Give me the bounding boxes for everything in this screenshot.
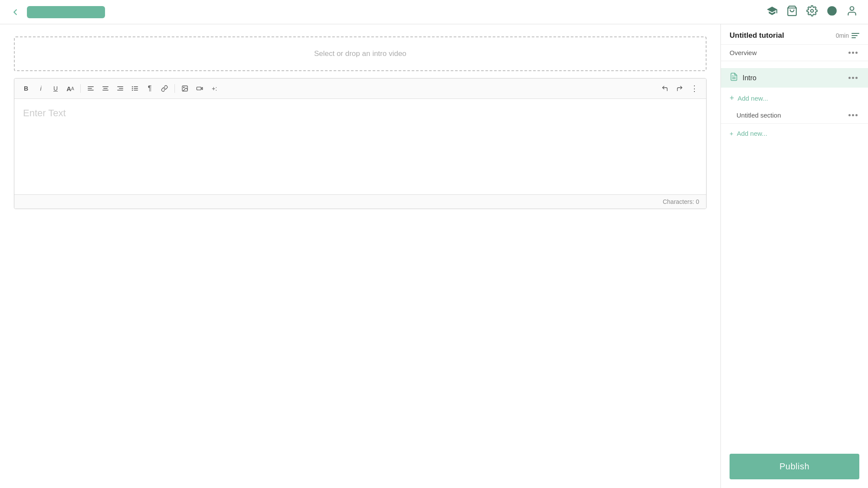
svg-rect-6 xyxy=(88,90,94,91)
text-editor: B i U AA ¶ xyxy=(14,78,707,209)
char-count: Characters: 0 xyxy=(14,194,706,209)
svg-point-2 xyxy=(827,6,837,16)
sidebar-content: Intro + Add new... Untitled section xyxy=(721,61,868,447)
align-right-button[interactable] xyxy=(114,82,127,95)
overview-label: Overview xyxy=(730,49,757,56)
font-size-button[interactable]: AA xyxy=(64,82,77,95)
bag-icon[interactable] xyxy=(786,5,798,19)
add-new-label-2: Add new... xyxy=(737,130,767,137)
char-count-label: Characters: 0 xyxy=(663,198,699,205)
options-button[interactable]: ⋮ xyxy=(688,82,701,95)
svg-point-3 xyxy=(850,7,854,10)
redo-button[interactable] xyxy=(673,82,686,95)
video-drop-zone[interactable]: Select or drop an intro video xyxy=(14,36,707,71)
top-bar-right xyxy=(766,5,858,19)
undo-button[interactable] xyxy=(658,82,671,95)
svg-rect-12 xyxy=(117,90,123,91)
svg-point-13 xyxy=(132,86,133,87)
list-button[interactable] xyxy=(128,82,141,95)
untitled-section-label: Untitled section xyxy=(736,111,781,119)
top-bar xyxy=(0,0,868,24)
svg-rect-10 xyxy=(117,86,123,87)
svg-rect-18 xyxy=(134,90,138,91)
svg-rect-5 xyxy=(88,88,92,89)
text-placeholder: Enter Text xyxy=(23,108,66,118)
tutorial-title-row: Untitled tutorial 0min xyxy=(730,31,859,40)
more-insert-button[interactable]: +: xyxy=(208,82,221,95)
svg-rect-7 xyxy=(102,86,108,87)
tutorial-duration-row: 0min xyxy=(836,32,859,39)
image-button[interactable] xyxy=(178,82,191,95)
video-drop-label: Select or drop an intro video xyxy=(314,49,407,58)
intro-options-button[interactable] xyxy=(847,75,859,81)
overview-row: Overview xyxy=(721,45,868,61)
align-center-button[interactable] xyxy=(99,82,112,95)
untitled-section-item[interactable]: Untitled section xyxy=(721,107,868,124)
link-button[interactable] xyxy=(158,82,171,95)
underline-button[interactable]: U xyxy=(49,82,62,95)
circle-icon[interactable] xyxy=(826,5,838,19)
gear-icon[interactable] xyxy=(806,5,818,19)
svg-point-1 xyxy=(811,9,814,12)
tutorial-duration: 0min xyxy=(836,32,849,39)
svg-rect-9 xyxy=(102,90,108,91)
svg-rect-11 xyxy=(119,88,123,89)
filter-icon[interactable] xyxy=(852,33,859,38)
add-new-button-1[interactable]: + Add new... xyxy=(721,89,868,107)
svg-point-15 xyxy=(132,88,133,89)
toolbar-divider-2 xyxy=(174,84,175,93)
video-button[interactable] xyxy=(193,82,206,95)
graduation-cap-icon[interactable] xyxy=(766,5,778,19)
intro-item-left: Intro xyxy=(730,72,756,83)
main-content: Select or drop an intro video B i U AA xyxy=(0,24,868,488)
align-left-button[interactable] xyxy=(84,82,97,95)
right-sidebar: Untitled tutorial 0min Overview xyxy=(720,24,868,488)
publish-button[interactable]: Publish xyxy=(730,454,859,479)
italic-button[interactable]: i xyxy=(34,82,47,95)
title-pill xyxy=(27,6,105,18)
svg-rect-4 xyxy=(88,86,94,87)
svg-rect-16 xyxy=(134,88,138,89)
add-new-label-1: Add new... xyxy=(738,95,768,102)
editor-area: Select or drop an intro video B i U AA xyxy=(0,24,720,488)
overview-options-button[interactable] xyxy=(847,50,859,56)
intro-label: Intro xyxy=(743,74,756,82)
doc-icon xyxy=(730,72,738,83)
svg-point-20 xyxy=(184,87,184,88)
svg-rect-8 xyxy=(103,88,108,89)
bold-button[interactable]: B xyxy=(20,82,33,95)
text-editor-input[interactable]: Enter Text xyxy=(14,99,706,194)
plus-icon-1: + xyxy=(730,94,734,103)
add-new-button-2[interactable]: + Add new... xyxy=(721,125,868,141)
tutorial-title: Untitled tutorial xyxy=(730,31,784,40)
user-icon[interactable] xyxy=(846,5,858,19)
sidebar-header: Untitled tutorial 0min xyxy=(721,24,868,45)
editor-toolbar: B i U AA ¶ xyxy=(14,79,706,99)
svg-rect-21 xyxy=(197,87,201,90)
untitled-section-options-button[interactable] xyxy=(847,112,859,118)
top-bar-left xyxy=(10,6,105,18)
intro-item[interactable]: Intro xyxy=(721,68,868,88)
paragraph-button[interactable]: ¶ xyxy=(143,82,156,95)
plus-icon-2: + xyxy=(730,130,733,137)
svg-rect-14 xyxy=(134,86,138,87)
svg-point-17 xyxy=(132,90,133,91)
toolbar-divider-1 xyxy=(80,84,81,93)
back-button[interactable] xyxy=(10,7,20,17)
